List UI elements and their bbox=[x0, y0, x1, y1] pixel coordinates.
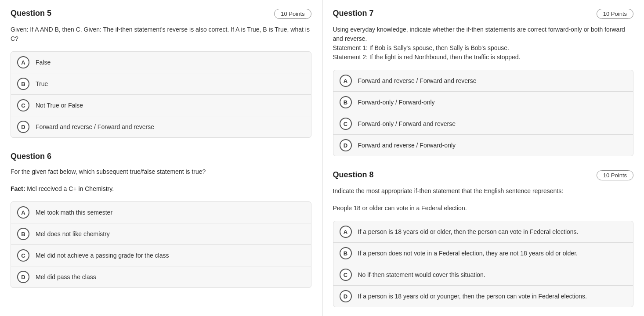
question-7-option-c[interactable]: C Forward-only / Forward and reverse bbox=[333, 113, 634, 135]
option-b-text: True bbox=[36, 80, 48, 87]
question-6-option-b[interactable]: B Mel does not like chemistry bbox=[11, 223, 311, 245]
question-5-options: A False B True C Not True or False D For… bbox=[11, 51, 311, 138]
option-d-circle: D bbox=[340, 139, 352, 151]
question-8-body: Indicate the most appropriate if-then st… bbox=[333, 187, 634, 196]
option-a-circle: A bbox=[17, 206, 29, 219]
question-8-points: 10 Points bbox=[597, 170, 633, 180]
option-d-text: Forward and reverse / Forward and revers… bbox=[36, 123, 154, 130]
option-d-text: Forward and reverse / Forward-only bbox=[358, 142, 456, 149]
option-b-circle: B bbox=[340, 247, 352, 259]
option-a-text: Mel took math this semester bbox=[36, 209, 112, 216]
option-b-circle: B bbox=[17, 78, 29, 90]
question-7-option-a[interactable]: A Forward and reverse / Forward and reve… bbox=[333, 70, 634, 92]
option-d-circle: D bbox=[17, 121, 29, 133]
question-6-option-c[interactable]: C Mel did not achieve a passing grade fo… bbox=[11, 244, 311, 266]
question-6-options: A Mel took math this semester B Mel does… bbox=[11, 201, 311, 288]
question-5-option-b[interactable]: B True bbox=[11, 73, 311, 95]
question-7-options: A Forward and reverse / Forward and reve… bbox=[333, 70, 634, 156]
option-c-text: Mel did not achieve a passing grade for … bbox=[36, 252, 169, 259]
question-6-header: Question 6 bbox=[11, 152, 311, 161]
option-c-circle: C bbox=[340, 269, 352, 281]
question-7-body: Using everyday knowledge, indicate wheth… bbox=[333, 25, 634, 62]
option-b-text: Forward-only / Forward-only bbox=[358, 99, 435, 106]
option-a-text: If a person is 18 years old or older, th… bbox=[358, 228, 579, 235]
question-7-points: 10 Points bbox=[597, 9, 633, 19]
question-6-fact: Fact: Mel received a C+ in Chemistry. bbox=[11, 184, 311, 194]
question-6-option-d[interactable]: D Mel did pass the class bbox=[11, 266, 311, 288]
option-d-text: If a person is 18 years old or younger, … bbox=[358, 293, 587, 300]
question-8-header: Question 8 10 Points bbox=[333, 170, 634, 180]
question-7-option-b[interactable]: B Forward-only / Forward-only bbox=[333, 91, 634, 113]
question-5-option-d[interactable]: D Forward and reverse / Forward and reve… bbox=[11, 116, 311, 138]
question-5-body: Given: If A AND B, then C. Given: The if… bbox=[11, 25, 311, 43]
question-8-option-d[interactable]: D If a person is 18 years old or younger… bbox=[333, 285, 634, 307]
question-5-points: 10 Points bbox=[274, 9, 311, 19]
option-c-circle: C bbox=[340, 118, 352, 130]
option-a-text: False bbox=[36, 59, 51, 66]
question-5-option-c[interactable]: C Not True or False bbox=[11, 94, 311, 116]
option-b-text: Mel does not like chemistry bbox=[36, 230, 110, 237]
option-b-circle: B bbox=[340, 96, 352, 108]
question-5-title: Question 5 bbox=[11, 9, 51, 18]
question-8-sentence: People 18 or older can vote in a Federal… bbox=[333, 204, 634, 213]
question-8-options: A If a person is 18 years old or older, … bbox=[333, 221, 634, 307]
question-6-option-a[interactable]: A Mel took math this semester bbox=[11, 201, 311, 223]
option-b-text: If a person does not vote in a Federal e… bbox=[358, 250, 578, 257]
option-c-text: No if-then statement would cover this si… bbox=[358, 271, 485, 278]
option-a-circle: A bbox=[17, 56, 29, 68]
question-5-header: Question 5 10 Points bbox=[11, 9, 311, 19]
option-d-text: Mel did pass the class bbox=[36, 273, 96, 280]
fact-text: Mel received a C+ in Chemistry. bbox=[25, 185, 114, 192]
option-a-circle: A bbox=[340, 226, 352, 238]
question-8-option-c[interactable]: C No if-then statement would cover this … bbox=[333, 264, 634, 286]
option-a-text: Forward and reverse / Forward and revers… bbox=[358, 77, 477, 84]
option-c-circle: C bbox=[17, 99, 29, 111]
question-6-section: Question 6 For the given fact below, whi… bbox=[11, 152, 311, 288]
question-8-option-a[interactable]: A If a person is 18 years old or older, … bbox=[333, 221, 634, 243]
question-6-body: For the given fact below, which subseque… bbox=[11, 167, 311, 176]
question-5-section: Question 5 10 Points Given: If A AND B, … bbox=[11, 9, 311, 138]
question-8-section: Question 8 10 Points Indicate the most a… bbox=[333, 170, 634, 307]
question-7-section: Question 7 10 Points Using everyday know… bbox=[333, 9, 634, 156]
option-c-circle: C bbox=[17, 249, 29, 262]
question-8-title: Question 8 bbox=[333, 170, 374, 180]
option-b-circle: B bbox=[17, 228, 29, 240]
question-7-option-d[interactable]: D Forward and reverse / Forward-only bbox=[333, 134, 634, 156]
option-c-text: Forward-only / Forward and reverse bbox=[358, 120, 456, 127]
right-column: Question 7 10 Points Using everyday know… bbox=[322, 0, 644, 316]
question-6-title: Question 6 bbox=[11, 152, 51, 161]
option-a-circle: A bbox=[340, 75, 352, 87]
option-c-text: Not True or False bbox=[36, 102, 83, 109]
option-d-circle: D bbox=[17, 271, 29, 283]
question-8-option-b[interactable]: B If a person does not vote in a Federal… bbox=[333, 242, 634, 264]
left-column: Question 5 10 Points Given: If A AND B, … bbox=[0, 0, 322, 316]
question-7-header: Question 7 10 Points bbox=[333, 9, 634, 19]
question-7-title: Question 7 bbox=[333, 9, 374, 18]
option-d-circle: D bbox=[340, 290, 352, 302]
fact-label: Fact: bbox=[11, 185, 25, 192]
question-5-option-a[interactable]: A False bbox=[11, 51, 311, 73]
